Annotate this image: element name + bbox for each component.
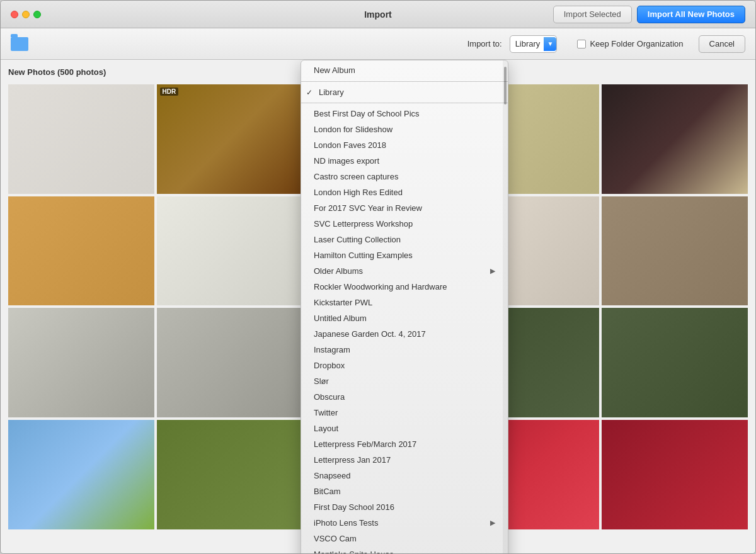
photo-cell[interactable] <box>602 308 748 417</box>
dropdown-item[interactable]: iPhoto Lens Tests▶ <box>301 515 508 531</box>
dropdown-library[interactable]: Library <box>301 84 508 100</box>
photo-cell[interactable] <box>8 420 154 529</box>
content-area: New Photos (500 photos) HDRHDRHDRHDR New… <box>1 60 755 553</box>
dropdown-item[interactable]: Castro screen captures <box>301 169 508 184</box>
import-all-button[interactable]: Import All New Photos <box>637 6 745 23</box>
folder-icon[interactable] <box>11 37 28 51</box>
dropdown-item[interactable]: Hamilton Cutting Examples <box>301 247 508 263</box>
photo-cell[interactable] <box>8 84 154 194</box>
dropdown-item[interactable]: Laser Cutting Collection <box>301 232 508 247</box>
photo-cell[interactable] <box>157 420 303 529</box>
import-window: Import Import Selected Import All New Ph… <box>0 0 756 554</box>
dropdown-item[interactable]: Letterpress Jan 2017 <box>301 452 508 468</box>
window-title: Import <box>364 9 392 20</box>
photo-cell[interactable] <box>8 308 154 417</box>
dropdown-divider <box>301 81 508 82</box>
photo-cell[interactable]: HDR <box>157 84 303 194</box>
dropdown-divider-2 <box>301 103 508 103</box>
photo-cell[interactable] <box>157 308 303 417</box>
close-button[interactable] <box>11 11 18 18</box>
scrollbar-track[interactable] <box>503 60 508 553</box>
dropdown-item[interactable]: Snapseed <box>301 468 508 483</box>
toolbar: Import to: Library ▼ Keep Folder Organiz… <box>1 28 755 60</box>
title-bar: Import Import Selected Import All New Ph… <box>1 1 755 28</box>
dropdown-item[interactable]: BitCam <box>301 483 508 499</box>
import-to-container: Library ▼ <box>510 35 558 53</box>
dropdown-new-album[interactable]: New Album <box>301 60 508 79</box>
dropdown-item[interactable]: Layout <box>301 421 508 436</box>
import-to-dropdown[interactable]: New Album LibraryBest First Day of Schoo… <box>301 60 508 553</box>
dropdown-item[interactable]: ND images export <box>301 153 508 169</box>
library-dropdown[interactable]: Library ▼ <box>510 35 558 53</box>
photo-cell[interactable] <box>157 196 303 306</box>
dropdown-item[interactable]: Instagram <box>301 342 508 358</box>
keep-folder-container: Keep Folder Organization <box>577 39 683 48</box>
dropdown-item[interactable]: London for Slideshow <box>301 122 508 137</box>
dropdown-item[interactable]: Slør <box>301 373 508 389</box>
photo-cell[interactable] <box>602 84 748 194</box>
keep-folder-checkbox[interactable] <box>577 40 586 48</box>
cancel-button[interactable]: Cancel <box>699 35 745 53</box>
submenu-arrow-icon: ▶ <box>490 267 495 275</box>
dropdown-item[interactable]: Obscura <box>301 389 508 405</box>
dropdown-item[interactable]: London High Res Edited <box>301 184 508 200</box>
hdr-badge: HDR <box>160 88 179 96</box>
dropdown-item[interactable]: Montlake Spite House <box>301 546 508 553</box>
keep-folder-label: Keep Folder Organization <box>590 39 683 48</box>
window-controls <box>11 11 41 18</box>
dropdown-item[interactable]: For 2017 SVC Year in Review <box>301 200 508 216</box>
dropdown-item[interactable]: Rockler Woodworking and Hardware <box>301 279 508 295</box>
dropdown-item[interactable]: Letterpress Feb/March 2017 <box>301 436 508 452</box>
photo-cell[interactable] <box>602 420 748 529</box>
import-to-label: Import to: <box>467 39 502 48</box>
dropdown-item[interactable]: London Faves 2018 <box>301 137 508 153</box>
scrollbar-thumb[interactable] <box>504 67 507 105</box>
dropdown-item[interactable]: Best First Day of School Pics <box>301 106 508 122</box>
dropdown-item[interactable]: SVC Letterpress Workshop <box>301 216 508 232</box>
action-buttons: Import Selected Import All New Photos <box>553 6 745 23</box>
photo-cell[interactable] <box>8 196 154 306</box>
dropdown-item[interactable]: Kickstarter PWL <box>301 295 508 310</box>
dropdown-item[interactable]: Twitter <box>301 405 508 421</box>
photo-cell[interactable] <box>602 196 748 306</box>
minimize-button[interactable] <box>22 11 30 18</box>
dropdown-arrow-icon[interactable]: ▼ <box>544 37 556 51</box>
maximize-button[interactable] <box>33 11 41 18</box>
dropdown-item[interactable]: Untitled Album <box>301 310 508 326</box>
dropdown-item[interactable]: Dropbox <box>301 358 508 373</box>
import-selected-button[interactable]: Import Selected <box>553 6 632 23</box>
dropdown-item[interactable]: VSCO Cam <box>301 531 508 546</box>
submenu-arrow-icon: ▶ <box>490 519 495 527</box>
dropdown-item[interactable]: Japanese Garden Oct. 4, 2017 <box>301 326 508 342</box>
dropdown-item[interactable]: Older Albums▶ <box>301 263 508 279</box>
dropdown-item[interactable]: First Day School 2016 <box>301 499 508 515</box>
